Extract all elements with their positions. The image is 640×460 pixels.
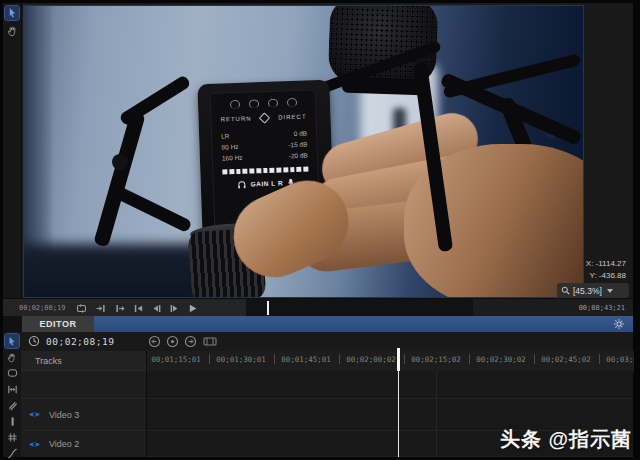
headphones-icon [237,180,245,188]
loop-button[interactable] [75,302,87,314]
viewer-current-timecode: 00;02;08;19 [19,304,65,312]
step-back-button[interactable] [150,302,162,314]
select-tool-button[interactable] [5,334,19,348]
mark-out-icon [115,303,126,314]
select-arrow-icon [7,336,17,347]
tab-editor[interactable]: EDITOR [22,316,94,332]
viewer-tool-strip [3,3,22,298]
shockmount-joint [112,154,128,170]
track-row-header [21,371,146,399]
razor-tool-button[interactable] [5,414,19,428]
timeline-ruler[interactable]: 00;01;15;01 00;01;30;01 00;01;45;01 00;0… [146,351,634,372]
circle-left-arrow-icon [148,335,161,348]
track-label[interactable]: Video 3 [49,410,79,420]
go-to-out-button[interactable] [184,335,197,348]
timeline-playhead-line [398,371,399,457]
slice-icon [7,400,18,411]
editor-tool-strip [3,332,22,457]
eye-visibility-icon[interactable] [28,440,41,449]
ruler-tick: 00;01;15;01 [151,355,201,364]
gear-icon [613,318,625,330]
slip-tool-button[interactable] [5,382,19,396]
mic-display-row-value: 0 dB [294,128,308,139]
magnifier-icon [561,286,570,295]
track-label[interactable]: Video 2 [49,439,79,449]
step-forward-button[interactable] [168,302,180,314]
editor-timecode[interactable]: 00;02;08;19 [46,336,114,347]
eye-visibility-icon[interactable] [28,410,41,419]
editor-toolbar: 00;02;08;19 [21,332,633,352]
previous-frame-icon [133,303,144,314]
desk-shadow [24,244,206,297]
hand-tool-button[interactable] [5,350,19,364]
ruler-tick: 00;03;00;02 [606,355,634,364]
level-meter [222,167,308,175]
mic-display-row-label: 80 Hz [221,141,238,153]
application-window: RETURN DIRECT LR 0 dB 80 Hz -15 dB [0,0,640,460]
ruler-tick: 00;02;00;02 [346,355,396,364]
pointer-coordinates: X: -1114.27 Y: -436.88 [586,258,626,282]
gain-label: GAIN L R [250,179,283,187]
shockmount-arm [93,111,145,248]
loop-icon [76,303,87,314]
razor-bar-icon [7,416,18,427]
ruler-tick: 00;02;15;02 [411,355,461,364]
tracks-header: Tracks [21,351,146,371]
track-row-header: Video 3 [21,399,146,431]
slice-tool-button[interactable] [5,398,19,412]
play-button[interactable] [186,302,198,314]
shockmount-arm [443,53,582,99]
step-forward-icon [169,303,180,314]
mic-display-direct-label: DIRECT [278,114,307,121]
ripple-tool-button[interactable] [5,430,19,444]
viewer-end-timecode: 00;08;43;21 [579,304,625,312]
clip-edge-line [436,371,437,457]
play-icon [187,303,198,314]
mic-display-row-label: 160 Hz [222,152,243,164]
transport-playhead[interactable] [267,301,269,315]
select-tool-button[interactable] [5,6,19,20]
track-lane[interactable] [146,371,633,399]
mic-display-row-value: -20 dB [289,150,309,162]
zoom-level-control[interactable]: [45.3%] [557,283,629,298]
pointer-x-value: X: -1114.27 [586,258,626,270]
ripple-hash-icon [7,432,18,443]
go-to-in-button[interactable] [148,335,161,348]
hand-icon [7,352,17,363]
timeline-playhead[interactable] [397,348,400,371]
mic-display-row-label: LR [221,130,230,141]
circle-right-arrow-icon [184,335,197,348]
polar-pattern-icons [220,98,306,110]
ruler-tick: 00;02;30;02 [476,355,526,364]
add-marker-button[interactable] [166,335,179,348]
mic-logo-icon [259,112,270,123]
curve-icon [7,448,18,459]
clock-icon [28,335,40,347]
timeline-ruler-row: Tracks 00;01;15;01 00;01;30;01 00;01;45;… [21,351,633,371]
marquee-tool-button[interactable] [5,366,19,380]
zoom-level-value: [45.3%] [573,286,602,296]
viewer-transport-bar: 00;02;08;19 00;08;43;21 [3,298,633,317]
track-header-column: Video 3 Video 2 [21,371,147,457]
video-preview: RETURN DIRECT LR 0 dB 80 Hz -15 dB [24,6,583,297]
mic-display-row-value: -15 dB [288,139,308,151]
ruler-tick: 00;01;45;01 [281,355,331,364]
mark-out-button[interactable] [114,302,126,314]
rate-curve-tool-button[interactable] [5,446,19,460]
mark-in-button[interactable] [94,302,106,314]
hand-tool-button[interactable] [5,24,19,38]
previous-frame-button[interactable] [132,302,144,314]
marquee-icon [7,368,18,378]
mark-in-icon [95,303,106,314]
editor-settings-button[interactable] [613,318,625,330]
watermark: 头条 @指示菌 [500,426,632,453]
ruler-tick: 00;02;45;02 [541,355,591,364]
track-row-header: Video 2 [21,431,146,457]
viewer-side-gutter [583,3,633,298]
export-frame-button[interactable] [203,335,216,348]
editor-header-bar [94,316,633,332]
seek-bar[interactable] [246,299,473,317]
pointer-y-value: Y: -436.88 [586,270,626,282]
film-strip-icon [203,335,217,348]
circle-dot-icon [166,335,179,348]
